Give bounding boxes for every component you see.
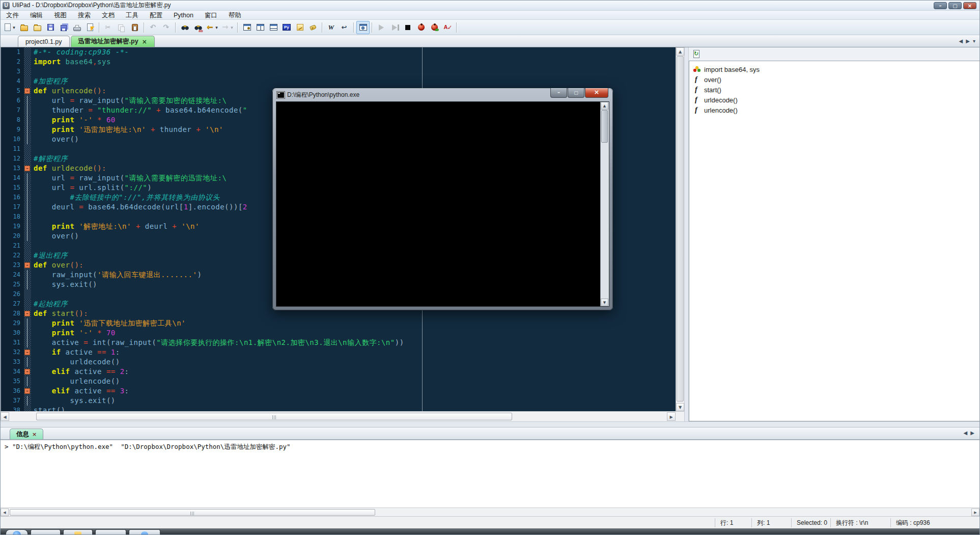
menu-search[interactable]: 搜索 xyxy=(72,11,96,20)
window-close-button[interactable]: × xyxy=(963,2,976,9)
dropdown-arrow-icon[interactable] xyxy=(12,22,16,33)
code-line[interactable]: 29 print '迅雷下载地址加密解密工具\n' xyxy=(1,318,676,328)
tab-close-icon[interactable]: × xyxy=(142,39,147,45)
code-line[interactable]: 4#加密程序 xyxy=(1,76,676,86)
menu-python[interactable]: Python xyxy=(168,11,199,20)
menu-document[interactable]: 文档 xyxy=(96,11,120,20)
tab-messages[interactable]: 信息 × xyxy=(10,429,43,439)
menu-window[interactable]: 窗口 xyxy=(199,11,223,20)
nav-back-button[interactable] xyxy=(205,21,220,34)
code-line[interactable]: 34 elif active == 2: xyxy=(1,367,676,377)
message-output[interactable]: > "D:\编程\Python\python.exe" "D:\Dropbox\… xyxy=(1,440,979,507)
outline-item[interactable]: urldecode() xyxy=(689,95,979,105)
split-horizontally-button[interactable] xyxy=(267,21,280,34)
open-session-button[interactable] xyxy=(31,21,44,34)
console-scroll-thumb[interactable] xyxy=(601,110,608,143)
refresh-icon[interactable] xyxy=(691,49,702,59)
find-button[interactable] xyxy=(178,21,191,34)
save-all-button[interactable] xyxy=(57,21,70,34)
tab-thunder-codec[interactable]: 迅雷地址加密解密.py× xyxy=(71,36,155,47)
message-horizontal-scrollbar[interactable]: ◀ ▶ xyxy=(1,507,979,516)
scroll-left-icon[interactable]: ◀ xyxy=(1,412,9,421)
code-line[interactable]: 37 sys.exit() xyxy=(1,396,676,406)
editor-horizontal-scrollbar[interactable]: ◀ ▶ xyxy=(1,411,684,421)
document-properties-button[interactable] xyxy=(240,21,254,34)
horizontal-scroll-thumb[interactable] xyxy=(36,413,512,420)
menu-help[interactable]: 帮助 xyxy=(223,11,247,20)
code-line[interactable]: 30 print '-' * 70 xyxy=(1,328,676,338)
tab-scroll-right-icon[interactable] xyxy=(966,38,970,45)
code-line[interactable]: 2import base64,sys xyxy=(1,57,676,67)
outline-item[interactable]: urlencode() xyxy=(689,105,979,115)
message-scrollbar-left-icon[interactable]: ◀ xyxy=(1,509,9,516)
replace-button[interactable] xyxy=(191,21,205,34)
code-line[interactable]: 3 xyxy=(1,67,676,76)
taskbar-app-3[interactable] xyxy=(95,529,126,535)
bookmarks-button[interactable] xyxy=(306,21,320,34)
vertical-scroll-thumb[interactable] xyxy=(677,56,684,402)
outline-item[interactable]: start() xyxy=(689,85,979,95)
open-file-button[interactable] xyxy=(17,21,31,34)
console-scrollbar[interactable]: ▲ ▼ xyxy=(600,102,609,306)
outline-item[interactable]: over() xyxy=(689,74,979,85)
save-button[interactable] xyxy=(44,21,57,34)
message-scrollbar-right-icon[interactable]: ▶ xyxy=(971,509,979,516)
message-scroll-thumb[interactable] xyxy=(10,509,375,516)
menu-edit[interactable]: 编辑 xyxy=(24,11,48,20)
shell-command-button[interactable] xyxy=(83,21,97,34)
fold-marker[interactable] xyxy=(24,86,31,96)
vertical-splitter[interactable] xyxy=(684,47,689,421)
message-tab-close-icon[interactable]: × xyxy=(32,432,37,437)
word-wrap-button[interactable] xyxy=(325,21,338,34)
menu-config[interactable]: 配置 xyxy=(144,11,168,20)
code-line[interactable]: 36 elif active == 3: xyxy=(1,386,676,396)
horizontal-splitter[interactable] xyxy=(1,421,979,427)
debug-run-button[interactable] xyxy=(428,21,441,34)
console-title-bar[interactable]: D:\编程\Python\python.exe xyxy=(276,88,609,101)
fold-marker[interactable] xyxy=(24,260,31,270)
fold-marker[interactable] xyxy=(24,367,31,377)
console-close-button[interactable] xyxy=(585,88,608,98)
snippets-button[interactable] xyxy=(293,21,306,34)
code-line[interactable]: 33 urldecode() xyxy=(1,357,676,367)
stop-button[interactable] xyxy=(401,21,414,34)
console-minimize-button[interactable] xyxy=(550,88,567,98)
console-scroll-up-icon[interactable]: ▲ xyxy=(601,102,608,110)
tab-scroll-left-icon[interactable] xyxy=(959,38,963,45)
tab-list-icon[interactable] xyxy=(973,38,975,45)
print-button[interactable] xyxy=(70,21,83,34)
title-bar[interactable]: U UliPad - D:\Dropbox\Dropbox\Python\迅雷地… xyxy=(1,1,979,11)
console-scroll-down-icon[interactable]: ▼ xyxy=(601,299,608,306)
code-line[interactable]: 31 active = int(raw_input("请选择你要执行的操作:\n… xyxy=(1,338,676,347)
tab-project01[interactable]: project0.1.py xyxy=(18,36,70,47)
outline-item[interactable]: import base64, sys xyxy=(689,64,979,74)
taskbar-app-2[interactable] xyxy=(63,529,93,535)
code-line[interactable]: 35 urlencode() xyxy=(1,377,676,386)
paste-button[interactable] xyxy=(128,21,142,34)
fold-marker[interactable] xyxy=(24,164,31,173)
spell-check-button[interactable] xyxy=(441,21,454,34)
message-scroll-left-icon[interactable] xyxy=(964,430,968,437)
fold-marker[interactable] xyxy=(24,309,31,318)
menu-tools[interactable]: 工具 xyxy=(120,11,144,20)
auto-indent-button[interactable] xyxy=(338,21,351,34)
messages-window-button[interactable] xyxy=(356,21,370,34)
console-maximize-button[interactable] xyxy=(568,88,584,98)
console-window[interactable]: D:\编程\Python\python.exe ▲ ▼ xyxy=(272,88,613,310)
window-minimize-button[interactable]: – xyxy=(934,2,947,9)
taskbar-app-1[interactable] xyxy=(31,529,61,535)
menu-view[interactable]: 视图 xyxy=(48,11,72,20)
scroll-right-icon[interactable]: ▶ xyxy=(667,412,676,421)
python-doc-button[interactable] xyxy=(280,21,293,34)
console-output[interactable] xyxy=(276,102,600,306)
dropdown-arrow-icon[interactable] xyxy=(214,22,219,33)
code-line[interactable]: 32 if active == 1: xyxy=(1,347,676,357)
fold-marker[interactable] xyxy=(24,347,31,357)
split-vertically-button[interactable] xyxy=(254,21,267,34)
code-line[interactable]: 1#-*- coding:cp936 -*- xyxy=(1,47,676,57)
scroll-up-icon[interactable]: ▲ xyxy=(676,47,684,56)
editor-vertical-scrollbar[interactable]: ▲ ▼ xyxy=(676,47,684,411)
message-scroll-right-icon[interactable] xyxy=(970,430,974,437)
scroll-down-icon[interactable]: ▼ xyxy=(676,403,684,411)
taskbar-app-4[interactable] xyxy=(129,529,160,535)
